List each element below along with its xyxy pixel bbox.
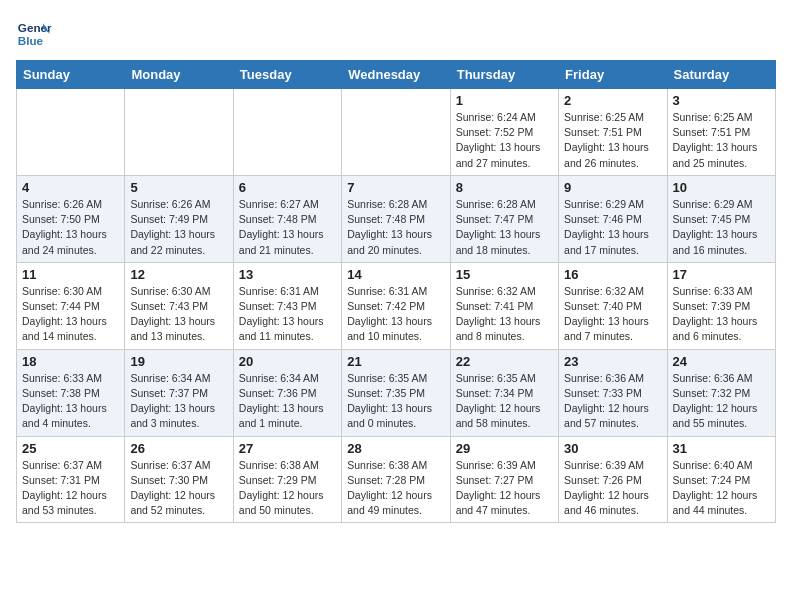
day-cell: 5Sunrise: 6:26 AM Sunset: 7:49 PM Daylig… xyxy=(125,175,233,262)
day-cell: 22Sunrise: 6:35 AM Sunset: 7:34 PM Dayli… xyxy=(450,349,558,436)
day-number: 31 xyxy=(673,441,770,456)
day-info: Sunrise: 6:33 AM Sunset: 7:38 PM Dayligh… xyxy=(22,371,119,432)
day-number: 26 xyxy=(130,441,227,456)
day-number: 17 xyxy=(673,267,770,282)
col-header-thursday: Thursday xyxy=(450,61,558,89)
col-header-wednesday: Wednesday xyxy=(342,61,450,89)
day-cell: 3Sunrise: 6:25 AM Sunset: 7:51 PM Daylig… xyxy=(667,89,775,176)
day-cell xyxy=(125,89,233,176)
day-number: 11 xyxy=(22,267,119,282)
day-cell: 7Sunrise: 6:28 AM Sunset: 7:48 PM Daylig… xyxy=(342,175,450,262)
day-cell: 29Sunrise: 6:39 AM Sunset: 7:27 PM Dayli… xyxy=(450,436,558,523)
day-number: 16 xyxy=(564,267,661,282)
day-cell: 1Sunrise: 6:24 AM Sunset: 7:52 PM Daylig… xyxy=(450,89,558,176)
day-number: 6 xyxy=(239,180,336,195)
day-info: Sunrise: 6:38 AM Sunset: 7:29 PM Dayligh… xyxy=(239,458,336,519)
day-info: Sunrise: 6:30 AM Sunset: 7:44 PM Dayligh… xyxy=(22,284,119,345)
day-cell xyxy=(342,89,450,176)
week-row-2: 4Sunrise: 6:26 AM Sunset: 7:50 PM Daylig… xyxy=(17,175,776,262)
day-cell: 11Sunrise: 6:30 AM Sunset: 7:44 PM Dayli… xyxy=(17,262,125,349)
logo-icon: General Blue xyxy=(16,16,52,52)
day-number: 14 xyxy=(347,267,444,282)
day-info: Sunrise: 6:34 AM Sunset: 7:37 PM Dayligh… xyxy=(130,371,227,432)
day-info: Sunrise: 6:30 AM Sunset: 7:43 PM Dayligh… xyxy=(130,284,227,345)
day-info: Sunrise: 6:26 AM Sunset: 7:50 PM Dayligh… xyxy=(22,197,119,258)
day-info: Sunrise: 6:31 AM Sunset: 7:43 PM Dayligh… xyxy=(239,284,336,345)
day-number: 21 xyxy=(347,354,444,369)
day-info: Sunrise: 6:28 AM Sunset: 7:48 PM Dayligh… xyxy=(347,197,444,258)
day-cell: 9Sunrise: 6:29 AM Sunset: 7:46 PM Daylig… xyxy=(559,175,667,262)
day-number: 25 xyxy=(22,441,119,456)
day-cell: 10Sunrise: 6:29 AM Sunset: 7:45 PM Dayli… xyxy=(667,175,775,262)
day-cell: 15Sunrise: 6:32 AM Sunset: 7:41 PM Dayli… xyxy=(450,262,558,349)
day-cell: 28Sunrise: 6:38 AM Sunset: 7:28 PM Dayli… xyxy=(342,436,450,523)
day-info: Sunrise: 6:39 AM Sunset: 7:26 PM Dayligh… xyxy=(564,458,661,519)
calendar-table: SundayMondayTuesdayWednesdayThursdayFrid… xyxy=(16,60,776,523)
day-number: 19 xyxy=(130,354,227,369)
day-number: 24 xyxy=(673,354,770,369)
day-cell: 13Sunrise: 6:31 AM Sunset: 7:43 PM Dayli… xyxy=(233,262,341,349)
day-number: 12 xyxy=(130,267,227,282)
day-info: Sunrise: 6:32 AM Sunset: 7:41 PM Dayligh… xyxy=(456,284,553,345)
day-info: Sunrise: 6:31 AM Sunset: 7:42 PM Dayligh… xyxy=(347,284,444,345)
day-number: 15 xyxy=(456,267,553,282)
day-number: 13 xyxy=(239,267,336,282)
day-cell: 21Sunrise: 6:35 AM Sunset: 7:35 PM Dayli… xyxy=(342,349,450,436)
svg-text:Blue: Blue xyxy=(18,34,44,47)
day-number: 3 xyxy=(673,93,770,108)
day-cell: 23Sunrise: 6:36 AM Sunset: 7:33 PM Dayli… xyxy=(559,349,667,436)
col-header-friday: Friday xyxy=(559,61,667,89)
day-cell xyxy=(17,89,125,176)
day-cell: 19Sunrise: 6:34 AM Sunset: 7:37 PM Dayli… xyxy=(125,349,233,436)
day-cell: 17Sunrise: 6:33 AM Sunset: 7:39 PM Dayli… xyxy=(667,262,775,349)
col-header-monday: Monday xyxy=(125,61,233,89)
day-number: 18 xyxy=(22,354,119,369)
day-cell: 14Sunrise: 6:31 AM Sunset: 7:42 PM Dayli… xyxy=(342,262,450,349)
week-row-1: 1Sunrise: 6:24 AM Sunset: 7:52 PM Daylig… xyxy=(17,89,776,176)
col-header-tuesday: Tuesday xyxy=(233,61,341,89)
day-cell: 4Sunrise: 6:26 AM Sunset: 7:50 PM Daylig… xyxy=(17,175,125,262)
day-number: 5 xyxy=(130,180,227,195)
svg-text:General: General xyxy=(18,21,52,34)
day-number: 2 xyxy=(564,93,661,108)
day-number: 22 xyxy=(456,354,553,369)
day-number: 29 xyxy=(456,441,553,456)
day-number: 30 xyxy=(564,441,661,456)
day-info: Sunrise: 6:39 AM Sunset: 7:27 PM Dayligh… xyxy=(456,458,553,519)
day-cell: 16Sunrise: 6:32 AM Sunset: 7:40 PM Dayli… xyxy=(559,262,667,349)
day-info: Sunrise: 6:36 AM Sunset: 7:33 PM Dayligh… xyxy=(564,371,661,432)
day-info: Sunrise: 6:36 AM Sunset: 7:32 PM Dayligh… xyxy=(673,371,770,432)
day-cell xyxy=(233,89,341,176)
day-cell: 18Sunrise: 6:33 AM Sunset: 7:38 PM Dayli… xyxy=(17,349,125,436)
week-row-4: 18Sunrise: 6:33 AM Sunset: 7:38 PM Dayli… xyxy=(17,349,776,436)
week-row-5: 25Sunrise: 6:37 AM Sunset: 7:31 PM Dayli… xyxy=(17,436,776,523)
day-info: Sunrise: 6:32 AM Sunset: 7:40 PM Dayligh… xyxy=(564,284,661,345)
day-cell: 2Sunrise: 6:25 AM Sunset: 7:51 PM Daylig… xyxy=(559,89,667,176)
day-number: 27 xyxy=(239,441,336,456)
day-number: 23 xyxy=(564,354,661,369)
day-cell: 8Sunrise: 6:28 AM Sunset: 7:47 PM Daylig… xyxy=(450,175,558,262)
day-info: Sunrise: 6:33 AM Sunset: 7:39 PM Dayligh… xyxy=(673,284,770,345)
week-row-3: 11Sunrise: 6:30 AM Sunset: 7:44 PM Dayli… xyxy=(17,262,776,349)
day-number: 4 xyxy=(22,180,119,195)
day-cell: 31Sunrise: 6:40 AM Sunset: 7:24 PM Dayli… xyxy=(667,436,775,523)
col-header-sunday: Sunday xyxy=(17,61,125,89)
day-cell: 12Sunrise: 6:30 AM Sunset: 7:43 PM Dayli… xyxy=(125,262,233,349)
day-cell: 25Sunrise: 6:37 AM Sunset: 7:31 PM Dayli… xyxy=(17,436,125,523)
day-info: Sunrise: 6:24 AM Sunset: 7:52 PM Dayligh… xyxy=(456,110,553,171)
day-info: Sunrise: 6:26 AM Sunset: 7:49 PM Dayligh… xyxy=(130,197,227,258)
day-info: Sunrise: 6:28 AM Sunset: 7:47 PM Dayligh… xyxy=(456,197,553,258)
day-cell: 20Sunrise: 6:34 AM Sunset: 7:36 PM Dayli… xyxy=(233,349,341,436)
day-info: Sunrise: 6:29 AM Sunset: 7:46 PM Dayligh… xyxy=(564,197,661,258)
day-number: 10 xyxy=(673,180,770,195)
day-info: Sunrise: 6:34 AM Sunset: 7:36 PM Dayligh… xyxy=(239,371,336,432)
day-cell: 24Sunrise: 6:36 AM Sunset: 7:32 PM Dayli… xyxy=(667,349,775,436)
day-info: Sunrise: 6:38 AM Sunset: 7:28 PM Dayligh… xyxy=(347,458,444,519)
day-info: Sunrise: 6:40 AM Sunset: 7:24 PM Dayligh… xyxy=(673,458,770,519)
day-info: Sunrise: 6:35 AM Sunset: 7:34 PM Dayligh… xyxy=(456,371,553,432)
col-header-saturday: Saturday xyxy=(667,61,775,89)
day-number: 28 xyxy=(347,441,444,456)
day-number: 9 xyxy=(564,180,661,195)
day-number: 8 xyxy=(456,180,553,195)
day-info: Sunrise: 6:27 AM Sunset: 7:48 PM Dayligh… xyxy=(239,197,336,258)
